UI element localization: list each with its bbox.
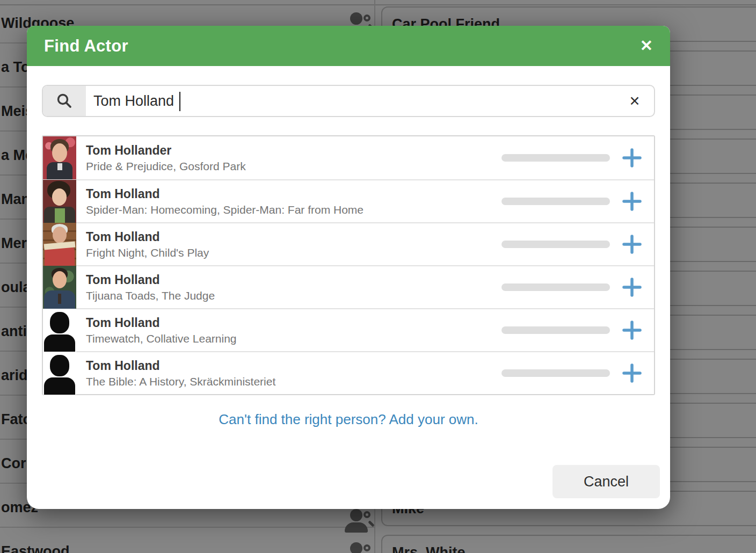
actor-info: Tom Holland Fright Night, Child's Play	[76, 231, 501, 258]
actor-info: Tom Holland The Bible: A History, Skräck…	[76, 360, 501, 387]
find-actor-modal: Find Actor ✕ ✕ Tom Hollander Pride & Pre…	[27, 26, 670, 509]
actor-known-for: The Bible: A History, Skräckministeriet	[86, 376, 501, 387]
actor-name: Tom Holland	[86, 360, 501, 372]
actor-info: Tom Hollander Pride & Prejudice, Gosford…	[76, 144, 501, 172]
modal-header: Find Actor ✕	[27, 26, 670, 66]
actor-search-bar: ✕	[42, 85, 655, 117]
add-actor-button[interactable]	[610, 277, 654, 297]
search-icon	[43, 86, 86, 116]
plus-icon	[622, 234, 642, 254]
actor-info: Tom Holland Spider-Man: Homecoming, Spid…	[76, 188, 501, 215]
cancel-button[interactable]: Cancel	[553, 465, 660, 498]
actor-info: Tom Holland Tijuana Toads, The Judge	[76, 274, 501, 301]
add-actor-button[interactable]	[610, 320, 654, 340]
actor-name: Tom Holland	[86, 231, 501, 243]
add-actor-button[interactable]	[610, 234, 654, 254]
actor-headshot	[43, 309, 76, 352]
plus-icon	[622, 320, 642, 340]
actor-result-row[interactable]: Tom Hollander Pride & Prejudice, Gosford…	[43, 136, 654, 179]
plus-icon	[622, 191, 642, 212]
actor-headshot	[43, 136, 76, 179]
actor-name: Tom Holland	[86, 274, 501, 286]
plus-icon	[622, 148, 642, 168]
add-actor-button[interactable]	[610, 191, 654, 212]
actor-known-for: Fright Night, Child's Play	[86, 247, 501, 258]
actor-headshot	[43, 352, 76, 395]
text-caret	[179, 92, 180, 111]
popularity-bar	[501, 283, 610, 291]
actor-result-row[interactable]: Tom Holland Fright Night, Child's Play	[43, 222, 654, 265]
actor-name: Tom Hollander	[86, 144, 501, 157]
plus-icon	[622, 277, 642, 297]
add-your-own-link[interactable]: Can't find the right person? Add your ow…	[27, 411, 670, 428]
actor-result-row[interactable]: Tom Holland Tijuana Toads, The Judge	[43, 265, 654, 308]
actor-headshot	[43, 180, 76, 223]
actor-result-row[interactable]: Tom Holland Timewatch, Collative Learnin…	[43, 308, 654, 351]
actor-headshot	[43, 266, 76, 309]
actor-known-for: Pride & Prejudice, Gosford Park	[86, 161, 501, 172]
actor-name: Tom Holland	[86, 317, 501, 329]
close-icon[interactable]: ✕	[640, 38, 653, 54]
actor-results-list: Tom Hollander Pride & Prejudice, Gosford…	[42, 135, 655, 395]
actor-known-for: Tijuana Toads, The Judge	[86, 290, 501, 301]
popularity-bar	[501, 369, 610, 377]
actor-known-for: Timewatch, Collative Learning	[86, 333, 501, 344]
clear-search-icon[interactable]: ✕	[615, 86, 654, 116]
plus-icon	[622, 363, 642, 383]
popularity-bar	[501, 241, 610, 248]
actor-result-row[interactable]: Tom Holland Spider-Man: Homecoming, Spid…	[43, 179, 654, 222]
actor-search-input[interactable]	[86, 86, 615, 116]
popularity-bar	[501, 326, 610, 334]
popularity-bar	[501, 154, 610, 162]
modal-title: Find Actor	[44, 37, 128, 56]
actor-name: Tom Holland	[86, 188, 501, 200]
add-actor-button[interactable]	[610, 363, 654, 383]
actor-result-row[interactable]: Tom Holland The Bible: A History, Skräck…	[43, 351, 654, 394]
actor-headshot	[43, 223, 76, 266]
actor-info: Tom Holland Timewatch, Collative Learnin…	[76, 317, 501, 344]
actor-known-for: Spider-Man: Homecoming, Spider-Man: Far …	[86, 204, 501, 215]
add-actor-button[interactable]	[610, 148, 654, 168]
popularity-bar	[501, 198, 610, 205]
